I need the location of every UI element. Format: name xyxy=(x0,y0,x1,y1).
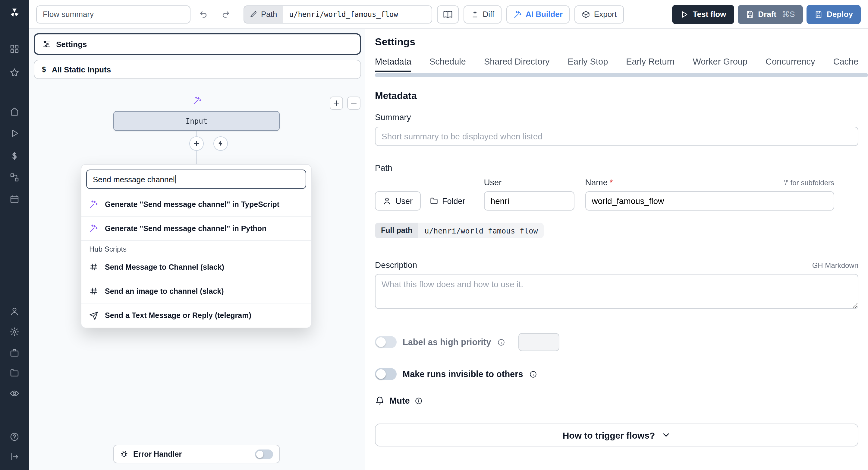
error-handler-node[interactable]: Error Handler xyxy=(113,445,280,463)
menu-item-label: Send Message to Channel (slack) xyxy=(105,263,224,271)
info-icon xyxy=(497,338,505,346)
diff-icon xyxy=(471,10,479,19)
export-button[interactable]: Export xyxy=(575,5,624,23)
metadata-heading: Metadata xyxy=(375,90,858,101)
ai-flow-button[interactable] xyxy=(189,93,205,108)
folder-icon xyxy=(10,368,19,378)
tab-shared-directory[interactable]: Shared Directory xyxy=(484,57,550,72)
zoom-out-button[interactable] xyxy=(347,96,361,110)
menu-item-generate-typescript[interactable]: Generate "Send message channel" in TypeS… xyxy=(82,193,311,216)
wand-icon xyxy=(89,200,98,209)
tab-cache[interactable]: Cache xyxy=(833,57,858,72)
bug-icon xyxy=(120,450,128,458)
error-handler-toggle[interactable] xyxy=(255,449,273,459)
how-to-trigger-button[interactable]: How to trigger flows? xyxy=(375,423,858,446)
path-chip-label: Path xyxy=(261,10,277,19)
star-icon xyxy=(10,67,19,77)
topbar-actions: Test flow Draft⌘S Deploy xyxy=(673,4,861,24)
settings-title: Settings xyxy=(375,36,858,48)
sidebar-item-settings[interactable] xyxy=(10,327,19,337)
insert-step-button[interactable] xyxy=(189,136,204,151)
eye-icon xyxy=(10,388,19,398)
flow-summary-input[interactable] xyxy=(36,5,190,23)
input-node[interactable]: Input xyxy=(113,111,280,131)
trigger-step-button[interactable] xyxy=(213,136,228,151)
grid-icon xyxy=(10,44,19,54)
text-caret xyxy=(176,175,176,183)
deploy-button[interactable]: Deploy xyxy=(806,4,861,24)
sidebar-item-variables[interactable]: $ xyxy=(12,150,17,161)
zap-icon xyxy=(217,140,224,147)
name-input[interactable] xyxy=(585,191,834,211)
package-icon xyxy=(582,10,590,19)
description-textarea[interactable] xyxy=(375,274,858,309)
sidebar-item-apps[interactable] xyxy=(10,44,19,54)
sidebar-item-schedules[interactable] xyxy=(10,194,19,204)
tabs-scrollbar[interactable] xyxy=(375,73,868,77)
tab-schedule[interactable]: Schedule xyxy=(430,57,466,72)
required-mark: * xyxy=(610,177,613,187)
sidebar-item-home[interactable] xyxy=(10,107,19,116)
user-icon xyxy=(10,306,19,316)
static-inputs-node[interactable]: $ All Static Inputs xyxy=(34,60,361,79)
invisible-toggle[interactable] xyxy=(375,368,397,380)
sidebar-item-help[interactable] xyxy=(10,432,19,442)
windmill-logo-icon xyxy=(9,7,20,18)
tab-early-return[interactable]: Early Return xyxy=(626,57,675,72)
menu-item-slack-send-image[interactable]: Send an image to channel (slack) xyxy=(82,280,311,303)
windmill-logo[interactable] xyxy=(9,7,20,18)
menu-item-label: Generate "Send message channel" in TypeS… xyxy=(105,200,279,208)
home-icon xyxy=(10,107,19,116)
redo-button[interactable] xyxy=(217,6,234,23)
sidebar-item-users[interactable] xyxy=(10,306,19,316)
diff-button[interactable]: Diff xyxy=(464,5,502,23)
ai-builder-button[interactable]: AI Builder xyxy=(506,5,570,23)
tab-concurrency[interactable]: Concurrency xyxy=(766,57,815,72)
owner-folder-label: Folder xyxy=(442,196,465,205)
gear-icon xyxy=(10,327,19,337)
menu-item-telegram-send-text[interactable]: Send a Text Message or Reply (telegram) xyxy=(82,303,311,328)
step-search-input[interactable]: Send message channel xyxy=(86,170,306,189)
menu-item-slack-send-message[interactable]: Send Message to Channel (slack) xyxy=(82,255,311,280)
slack-icon xyxy=(89,262,98,271)
zoom-in-button[interactable] xyxy=(330,96,343,110)
path-row: User Folder User Name* xyxy=(375,177,858,211)
description-label-row: Description GH Markdown xyxy=(375,260,858,270)
sidebar-item-resources[interactable] xyxy=(10,173,19,182)
save-icon xyxy=(745,10,754,19)
toggle-knob xyxy=(376,369,386,379)
error-handler-label: Error Handler xyxy=(133,450,182,458)
sidebar-item-workers[interactable] xyxy=(10,348,19,358)
tab-worker-group[interactable]: Worker Group xyxy=(692,57,747,72)
owner-user-button[interactable]: User xyxy=(375,191,421,211)
menu-item-generate-python[interactable]: Generate "Send message channel" in Pytho… xyxy=(82,216,311,241)
summary-label: Summary xyxy=(375,112,858,122)
tab-metadata[interactable]: Metadata xyxy=(375,57,411,72)
menu-item-label: Send an image to channel (slack) xyxy=(105,287,224,295)
user-icon xyxy=(383,197,391,205)
user-input[interactable] xyxy=(484,191,575,211)
help-icon xyxy=(10,432,19,442)
sidebar-item-folders[interactable] xyxy=(10,368,19,378)
sidebar-expand[interactable] xyxy=(10,452,19,462)
sidebar-item-audit-logs[interactable] xyxy=(10,388,19,398)
flow-settings-panel: Settings Metadata Schedule Shared Direct… xyxy=(365,29,868,470)
flow-settings-node[interactable]: Settings xyxy=(34,33,361,55)
subfolder-hint: '/' for subfolders xyxy=(784,179,834,187)
priority-toggle[interactable] xyxy=(375,336,397,348)
undo-button[interactable] xyxy=(195,6,212,23)
test-flow-button[interactable]: Test flow xyxy=(673,4,734,24)
summary-input[interactable] xyxy=(375,127,858,146)
priority-value-input[interactable] xyxy=(518,333,559,351)
draft-button[interactable]: Draft⌘S xyxy=(738,4,803,24)
sidebar-item-runs[interactable] xyxy=(10,128,19,138)
path-chip[interactable]: Path xyxy=(244,5,283,23)
sidebar-item-favorites[interactable] xyxy=(10,67,19,77)
arrow-right-icon xyxy=(10,452,19,462)
docs-button[interactable] xyxy=(437,5,459,23)
flow-graph-panel: Settings $ All Static Inputs Input Send … xyxy=(29,29,365,470)
minus-icon xyxy=(350,99,358,107)
owner-folder-button[interactable]: Folder xyxy=(422,191,473,211)
tab-early-stop[interactable]: Early Stop xyxy=(567,57,608,72)
flow-path-input[interactable] xyxy=(283,5,432,23)
